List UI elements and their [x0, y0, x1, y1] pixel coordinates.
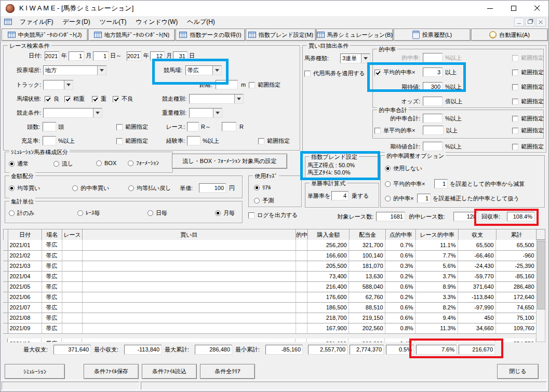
clear-conditions-button[interactable]: 条件全ｸﾘｱ — [200, 364, 255, 379]
close-button[interactable] — [525, 1, 548, 16]
row-selector[interactable] — [3, 250, 8, 261]
table-row[interactable]: 2021/10帯広221,600366,3900.4%254,550 — [3, 339, 536, 342]
hit-sum-range-checkbox[interactable]: 範囲指定 — [512, 115, 544, 123]
chevron-down-icon[interactable] — [234, 94, 243, 103]
fill-range-checkbox[interactable]: 範囲指定 — [116, 137, 148, 145]
maximize-button[interactable] — [502, 1, 525, 16]
column-header[interactable]: レース的中率 — [416, 229, 459, 240]
row-selector[interactable] — [3, 240, 8, 250]
race-cond-combo[interactable] — [43, 108, 102, 118]
table-row[interactable]: 2021/07帯広186,50088,5100.6%8.2%-97,99074,… — [3, 302, 536, 313]
child-restore-button[interactable] — [525, 18, 535, 26]
child-close-button[interactable] — [536, 18, 546, 26]
surface-slightly-heavy-checkbox[interactable]: 稍重 — [64, 95, 85, 103]
toolbar-vote-history-button[interactable]: 投票履歴(L) — [394, 29, 471, 41]
toolbar-import-local-button[interactable]: 地方競馬ﾃﾞｰﾀのｲﾝﾎﾟｰﾄ(N) — [88, 29, 175, 41]
avg-range-checkbox[interactable]: 範囲指定 — [512, 69, 544, 76]
scrollbar-thumb[interactable] — [537, 241, 545, 309]
toolbar-blend-settings-button[interactable]: 指数ブレンド設定(M) — [246, 29, 316, 41]
substitute-bet-checkbox[interactable]: 代用馬券を適用する — [304, 70, 365, 77]
single-avg-range-checkbox[interactable]: 範囲指定 — [512, 127, 544, 134]
agg-per-race-radio[interactable]: ﾚｰｽ毎 — [77, 209, 100, 217]
chevron-down-icon[interactable] — [97, 66, 106, 75]
toolbar-simulation-button[interactable]: 馬券シミュレーション(B) — [316, 29, 393, 41]
avg-hit-rate-field[interactable]: 3 — [423, 67, 443, 77]
minimize-button[interactable] — [478, 1, 502, 16]
hit-sum-field[interactable] — [423, 114, 443, 123]
column-header[interactable]: 配当金 — [350, 229, 386, 240]
distance-range-checkbox[interactable]: 範囲指定 — [249, 81, 280, 89]
amount-equal-payout-radio[interactable]: 均等払い戻し — [128, 184, 171, 192]
column-header[interactable]: レース — [62, 229, 83, 240]
date-month-to-field[interactable]: 12 — [150, 51, 165, 61]
date-year-from-field[interactable]: 2021 — [45, 51, 59, 61]
menu-help[interactable]: ヘルプ(H) — [182, 18, 220, 26]
table-scrollbar[interactable] — [536, 240, 545, 342]
table-row[interactable]: 2021/09帯広167,900202,5600.8%11.3%34,66010… — [3, 323, 536, 333]
single-avg-rate-checkbox[interactable]: 単平均的率× — [374, 127, 415, 134]
column-header[interactable]: 点的中率 — [386, 229, 416, 240]
avg-hit-rate-checkbox[interactable]: 平均的中率× — [374, 69, 415, 76]
date-day-from-field[interactable]: 1 — [93, 51, 109, 61]
row-selector[interactable] — [3, 323, 8, 333]
output-log-checkbox[interactable]: ログを出力する — [248, 211, 298, 219]
odds-range-checkbox[interactable]: 範囲指定 — [512, 98, 544, 105]
agg-per-month-radio[interactable]: 月毎 — [215, 209, 235, 217]
chevron-down-icon[interactable] — [93, 109, 102, 117]
column-header[interactable]: 日付 — [8, 229, 42, 240]
row-selector[interactable] — [3, 339, 8, 342]
menu-tools[interactable]: ツール(T) — [95, 18, 131, 26]
table-row[interactable]: 2021/06帯広176,60062,7600.2%3.3%-113,84017… — [3, 292, 536, 302]
composition-normal-radio[interactable]: 通常 — [9, 160, 29, 168]
adjust-multiply-radio[interactable]: 的中率× — [385, 195, 413, 202]
date-month-from-field[interactable]: 1 — [69, 51, 84, 61]
expect-range-checkbox[interactable]: 範囲指定 — [512, 83, 544, 91]
exp-range-checkbox[interactable]: 範囲指定 — [258, 137, 290, 145]
child-window-grid-icon[interactable] — [4, 19, 12, 25]
toolbar-index-data-button[interactable]: 指数データの取得(I) — [176, 29, 245, 41]
close-window-button[interactable]: 閉じる — [497, 364, 539, 379]
weight-type-combo[interactable] — [189, 108, 222, 118]
amount-equal-buy-radio[interactable]: 均等買い — [9, 184, 40, 192]
adjust-subtract-field[interactable]: 1 — [434, 179, 448, 188]
row-selector[interactable] — [3, 292, 8, 302]
chevron-down-icon[interactable] — [361, 54, 370, 63]
win-rate-power-field[interactable]: 4 — [331, 191, 349, 200]
hit-rate-field[interactable] — [423, 53, 443, 62]
menu-file[interactable]: ファイル(F) — [15, 18, 58, 26]
race-from-field[interactable] — [187, 122, 199, 131]
odds-real-radio[interactable]: ﾘｱﾙ — [254, 184, 271, 191]
agg-total-only-radio[interactable]: 計のみ — [9, 209, 35, 217]
target-horse-settings-button[interactable]: 流し・BOX・ﾌｫｰﾒｰｼｮﾝ 対象馬の設定 — [172, 154, 287, 169]
course-combo[interactable]: 帯広 — [185, 65, 222, 75]
row-selector[interactable] — [3, 313, 8, 323]
child-minimize-button[interactable] — [514, 18, 524, 26]
odds-predicted-radio[interactable]: 予測 — [254, 197, 274, 205]
chevron-down-icon[interactable] — [64, 80, 73, 89]
surface-good-checkbox[interactable]: 良 — [45, 95, 59, 103]
composition-formation-radio[interactable]: ﾌｫｰﾒｰｼｮﾝ — [128, 160, 159, 166]
toolbar-auto-run-button[interactable]: 自動運転(A) — [471, 29, 548, 41]
column-header[interactable]: 購入金額 — [308, 229, 350, 240]
heads-range-checkbox[interactable]: 範囲指定 — [116, 123, 148, 131]
unit-price-field[interactable]: 100 — [199, 183, 226, 193]
table-row[interactable]: 2021/05帯広216,400588,0400.6%8.9%371,64028… — [3, 281, 536, 292]
chevron-down-icon[interactable] — [212, 66, 221, 75]
chevron-down-icon[interactable] — [213, 109, 222, 117]
table-row[interactable]: 2021/03帯広205,500181,0700.3%5.6%-24,430-2… — [3, 261, 536, 271]
odds-field[interactable] — [423, 97, 443, 106]
row-selector[interactable] — [3, 302, 8, 313]
row-selector[interactable] — [3, 281, 8, 292]
race-type-combo[interactable] — [189, 94, 244, 104]
adjust-multiply-field[interactable]: 1 — [417, 194, 431, 203]
surface-heavy-checkbox[interactable]: 重 — [92, 95, 106, 103]
column-header[interactable]: 収支 — [459, 229, 497, 240]
column-header[interactable]: 累計 — [497, 229, 537, 240]
column-header[interactable]: 場名 — [42, 229, 62, 240]
composition-box-radio[interactable]: BOX — [96, 160, 116, 166]
date-day-to-field[interactable]: 31 — [173, 51, 188, 61]
expect-field[interactable]: 300 — [423, 82, 443, 91]
column-header[interactable]: 買い目 — [83, 229, 296, 240]
heads-field[interactable] — [43, 122, 56, 131]
single-avg-rate-field[interactable] — [423, 126, 444, 135]
